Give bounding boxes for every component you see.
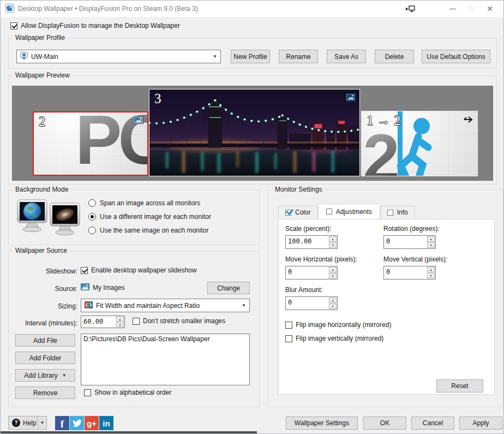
manage-wallpaper-checkbox-box[interactable]	[10, 22, 17, 29]
dont-stretch-checkbox[interactable]: Don't stretch smaller images	[133, 317, 225, 325]
sizing-select[interactable]: Fit Width and maintain Aspect Ratio ▼	[81, 299, 250, 312]
chevron-down-icon: ▼	[242, 303, 246, 308]
scale-spin-arrows[interactable]: ▲▼	[328, 236, 337, 248]
radio-same-image[interactable]: Use the same image on each monitor	[88, 227, 208, 234]
manage-wallpaper-checkbox[interactable]: Allow DisplayFusion to manage the Deskto…	[10, 22, 180, 29]
dual-monitor-icon	[16, 199, 81, 241]
spin-up-icon[interactable]: ▲	[427, 236, 435, 242]
twitter-icon[interactable]	[70, 416, 84, 430]
enable-slideshow-checkbox[interactable]: Enable desktop wallpaper slideshow	[81, 266, 196, 274]
ok-button[interactable]: OK	[363, 417, 406, 430]
spin-up-icon[interactable]: ▲	[329, 298, 337, 303]
add-library-label: Add Library	[24, 372, 57, 379]
list-item[interactable]: D:\Pictures\DB Pics\Dual-Screen Wallpape…	[83, 335, 247, 343]
use-default-options-button[interactable]: Use Default Options	[422, 50, 490, 63]
background-mode-group: Background Mode	[8, 189, 260, 245]
move-vertical-value[interactable]: 0	[384, 266, 427, 279]
source-label: Source:	[13, 285, 77, 293]
info-tab-checkbox-icon	[387, 210, 393, 216]
interval-value[interactable]: 60.00	[81, 316, 116, 328]
tab-info[interactable]: Info	[380, 206, 415, 218]
tab-color-label: Color	[295, 209, 311, 216]
tab-color[interactable]: Color	[278, 206, 318, 218]
interval-spin-arrows[interactable]: ▲▼	[116, 316, 124, 328]
add-library-button[interactable]: Add Library ▼	[15, 369, 75, 382]
change-source-button[interactable]: Change	[207, 282, 250, 294]
apply-button[interactable]: Apply	[459, 417, 502, 430]
flip-vertical-checkbox[interactable]: Flip image vertically (mirrored)	[285, 335, 383, 342]
add-folder-button[interactable]: Add Folder	[15, 352, 75, 364]
image-source-icon[interactable]	[134, 116, 143, 126]
move-horizontal-spin-arrows[interactable]: ▲▼	[328, 266, 337, 279]
radio-span-image[interactable]: Span an image across all monitors	[88, 199, 200, 207]
preview-monitor-2[interactable]: PC 2	[33, 111, 148, 176]
scale-value[interactable]: 100.00	[286, 236, 328, 248]
alphabetical-order-checkbox-box[interactable]	[84, 389, 91, 396]
source-folder-list[interactable]: D:\Pictures\DB Pics\Dual-Screen Wallpape…	[81, 334, 250, 385]
profile-select-value: UW-Main	[31, 53, 58, 61]
profile-select[interactable]: UW-Main ▼	[16, 50, 221, 63]
spin-down-icon[interactable]: ▼	[329, 304, 337, 309]
spin-down-icon[interactable]: ▼	[329, 273, 337, 278]
rename-button[interactable]: Rename	[279, 50, 318, 63]
color-tab-checkbox-icon	[285, 210, 291, 216]
titlebar[interactable]: Desktop Wallpaper • DisplayFusion Pro on…	[1, 1, 503, 17]
linkedin-icon[interactable]: in	[99, 416, 113, 430]
flip-horizontal-checkbox-box[interactable]	[285, 322, 292, 329]
facebook-icon[interactable]: f	[55, 416, 69, 430]
blur-amount-value[interactable]: 0	[286, 297, 328, 310]
spin-down-icon[interactable]: ▼	[427, 242, 435, 248]
remove-button[interactable]: Remove	[15, 387, 75, 399]
move-to-monitor-button[interactable]	[401, 2, 419, 15]
rotation-spinner[interactable]: 0 ▲▼	[383, 235, 436, 249]
flip-vertical-checkbox-box[interactable]	[285, 335, 292, 342]
spin-up-icon[interactable]: ▲	[116, 317, 124, 322]
enable-slideshow-checkbox-box[interactable]	[81, 267, 88, 274]
google-plus-icon[interactable]: g+	[85, 416, 99, 430]
rotation-value[interactable]: 0	[384, 236, 427, 248]
spin-up-icon[interactable]: ▲	[427, 267, 435, 272]
help-button[interactable]: ? Help ▼	[8, 416, 47, 430]
radio-different-image-circle[interactable]	[88, 213, 96, 221]
my-images-icon	[81, 283, 89, 292]
wallpaper-settings-button[interactable]: Wallpaper Settings	[286, 417, 358, 430]
spin-up-icon[interactable]: ▲	[329, 236, 337, 242]
rotation-spin-arrows[interactable]: ▲▼	[427, 236, 435, 248]
cancel-button[interactable]: Cancel	[411, 417, 454, 430]
spin-down-icon[interactable]: ▼	[329, 242, 337, 248]
radio-different-image[interactable]: Use a different image for each monitor	[88, 213, 211, 221]
reset-button[interactable]: Reset	[436, 379, 483, 393]
blur-amount-spinner[interactable]: 0 ▲▼	[285, 296, 338, 310]
move-horizontal-spinner[interactable]: 0 ▲▼	[285, 266, 338, 280]
image-source-icon[interactable]	[346, 93, 356, 103]
minimize-button[interactable]: —	[443, 2, 462, 15]
new-profile-button[interactable]: New Profile	[231, 50, 270, 63]
dont-stretch-label: Don't stretch smaller images	[143, 317, 225, 325]
delete-button[interactable]: Delete	[375, 50, 414, 63]
preview-monitor-1-2[interactable]: 2 1 → 2	[361, 111, 478, 176]
interval-label: Interval (minutes):	[13, 319, 77, 327]
move-horizontal-value[interactable]: 0	[286, 266, 328, 279]
spin-down-icon[interactable]: ▼	[427, 273, 435, 278]
chevron-down-icon[interactable]: ▼	[38, 417, 46, 429]
move-vertical-spinner[interactable]: 0 ▲▼	[383, 266, 436, 280]
add-file-button[interactable]: Add File	[15, 334, 75, 347]
scale-spinner[interactable]: 100.00 ▲▼	[285, 235, 338, 249]
alphabetical-order-checkbox[interactable]: Show in alphabetical order	[84, 389, 171, 396]
tab-adjustments[interactable]: Adjustments	[318, 204, 380, 219]
next-wallpaper-arrow-icon[interactable]	[463, 115, 473, 124]
radio-same-image-circle[interactable]	[88, 227, 96, 234]
save-as-button[interactable]: Save As	[327, 50, 366, 63]
radio-span-image-circle[interactable]	[88, 199, 96, 207]
spin-up-icon[interactable]: ▲	[329, 267, 337, 272]
monitor-settings-group-label: Monitor Settings	[273, 186, 325, 193]
move-vertical-spin-arrows[interactable]: ▲▼	[427, 266, 435, 279]
interval-spinner[interactable]: 60.00 ▲▼	[81, 316, 125, 328]
dont-stretch-checkbox-box[interactable]	[133, 318, 140, 325]
blur-spin-arrows[interactable]: ▲▼	[328, 297, 337, 310]
close-button[interactable]: ✕	[481, 2, 499, 15]
scale-label: Scale (percent):	[285, 225, 332, 233]
flip-horizontal-checkbox[interactable]: Flip image horizontally (mirrored)	[285, 321, 391, 329]
spin-down-icon[interactable]: ▼	[116, 322, 124, 327]
preview-monitor-3[interactable]: 3	[149, 89, 360, 176]
